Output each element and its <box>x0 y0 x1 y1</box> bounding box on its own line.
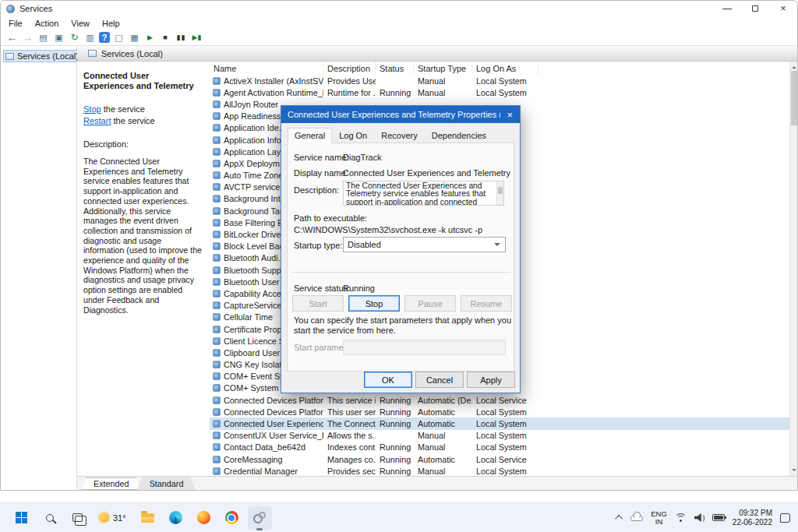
resume-button[interactable]: Resume <box>461 295 512 312</box>
tray-chevron-up-icon[interactable] <box>615 515 623 523</box>
firefox-button[interactable] <box>192 506 216 530</box>
volume-icon[interactable] <box>694 513 704 522</box>
edge-button[interactable] <box>164 506 188 530</box>
service-description: Manages co... <box>323 453 376 465</box>
row-filler <box>538 252 789 264</box>
row-filler <box>538 181 789 193</box>
row-filler <box>538 193 789 205</box>
service-startup-type: Manual <box>414 465 472 476</box>
service-name: Contact Data_be642d <box>224 442 305 452</box>
dialog-close-button[interactable]: × <box>500 106 520 123</box>
clock[interactable]: 09:32 PM 22-06-2022 <box>733 509 772 527</box>
CoreMessaging[interactable]: CoreMessaging Manages co... Running Auto… <box>210 453 789 465</box>
scroll-up-icon[interactable] <box>792 64 796 69</box>
ConsentUX User Service_be6...[interactable]: ConsentUX User Service_be6... Allows the… <box>210 430 789 442</box>
service-icon <box>213 100 221 108</box>
view-tabs: ExtendedStandard <box>77 476 797 490</box>
maximize-button[interactable] <box>741 1 769 16</box>
column-header[interactable]: Status <box>376 62 414 75</box>
chrome-button[interactable] <box>220 506 244 530</box>
task-view-button[interactable] <box>65 506 90 530</box>
ActiveX Installer (AxInstSV)[interactable]: ActiveX Installer (AxInstSV) Provides Us… <box>210 75 789 86</box>
row-filler <box>538 205 789 217</box>
stop-button[interactable]: Stop <box>348 295 400 312</box>
apply-button[interactable]: Apply <box>467 372 515 388</box>
stop-icon[interactable]: ■ <box>159 31 172 44</box>
show-console-tree-icon[interactable]: ▤ <box>37 31 50 44</box>
menu-help[interactable]: Help <box>96 19 126 28</box>
row-filler <box>538 300 789 312</box>
pause-icon[interactable]: ▮▮ <box>175 31 188 44</box>
row-filler <box>538 217 789 228</box>
notification-center-icon[interactable] <box>780 513 790 523</box>
column-header[interactable]: Name <box>210 62 323 75</box>
play-icon[interactable]: ▶ <box>143 31 157 44</box>
service-startup-type: Automatic <box>414 406 472 417</box>
service-icon <box>213 384 221 392</box>
Connected User Experiences ...[interactable]: Connected User Experiences ... The Conne… <box>210 417 789 429</box>
menu-file[interactable]: File <box>2 19 29 28</box>
export-list-icon[interactable]: ▥ <box>83 31 97 44</box>
service-status <box>376 75 414 86</box>
window-icon[interactable]: ▢ <box>112 31 125 44</box>
file-explorer-button[interactable] <box>136 506 160 530</box>
general-tab-page: Service name: DiagTrack Display name: Co… <box>287 143 514 372</box>
wifi-icon[interactable] <box>675 513 687 522</box>
tree-item-services-local[interactable]: Services (Local) <box>3 50 83 62</box>
row-filler <box>538 170 789 181</box>
Credential Manager[interactable]: Credential Manager Provides sec... Runni… <box>210 465 789 476</box>
ok-button[interactable]: OK <box>364 372 412 388</box>
service-icon <box>213 148 221 156</box>
Connected Devices Platform ...[interactable]: Connected Devices Platform ... This serv… <box>210 394 789 406</box>
start-parameters-input[interactable] <box>343 340 506 355</box>
menu-action[interactable]: Action <box>29 19 65 28</box>
menubar: FileActionViewHelp <box>1 16 797 30</box>
pause-button[interactable]: Pause <box>404 295 456 312</box>
vertical-scrollbar[interactable] <box>789 62 797 476</box>
filter-icon[interactable]: ▦ <box>128 31 141 44</box>
tab-recovery[interactable]: Recovery <box>374 129 424 143</box>
minimize-button[interactable]: — <box>713 1 741 16</box>
column-header[interactable]: Description <box>323 62 376 75</box>
Contact Data_be642d[interactable]: Contact Data_be642d Indexes cont... Runn… <box>210 442 789 453</box>
start-button[interactable]: Start <box>292 295 344 312</box>
row-filler <box>538 442 789 453</box>
services-app-icon <box>6 5 15 13</box>
forward-icon[interactable]: → <box>21 31 34 44</box>
service-icon <box>213 195 221 203</box>
restart-icon[interactable]: ▶▮ <box>190 31 203 44</box>
start-parameters-note: You can specify the start parameters tha… <box>294 315 514 336</box>
service-description: Provides Use... <box>323 75 376 86</box>
service-startup-type: Automatic (De... <box>414 394 472 406</box>
console-icon <box>5 53 14 60</box>
properties-icon[interactable]: ▣ <box>52 31 65 44</box>
restart-service-link[interactable]: Restart <box>83 116 111 125</box>
scrollbar-thumb[interactable] <box>791 71 797 125</box>
menu-view[interactable]: View <box>65 19 96 28</box>
language-indicator[interactable]: ENG IN <box>651 510 667 526</box>
tab-extended[interactable]: Extended <box>81 477 142 490</box>
refresh-icon[interactable]: ↻ <box>68 31 81 44</box>
stop-service-link[interactable]: Stop <box>83 104 101 114</box>
selected-service-title: Connected User Experiences and Telemetry <box>83 71 202 91</box>
tab-general[interactable]: General <box>288 128 332 143</box>
start-button[interactable] <box>9 506 34 530</box>
column-header[interactable]: Log On As <box>472 62 538 75</box>
tab-standard[interactable]: Standard <box>137 477 196 490</box>
tab-dependencies[interactable]: Dependencies <box>425 129 493 143</box>
onedrive-cloud-icon[interactable] <box>630 514 643 521</box>
services-taskbar-button[interactable] <box>248 506 272 530</box>
back-icon[interactable]: ← <box>5 31 19 44</box>
battery-icon[interactable] <box>712 514 725 521</box>
tab-log-on[interactable]: Log On <box>332 129 374 143</box>
Agent Activation Runtime_b...[interactable]: Agent Activation Runtime_b... Runtime fo… <box>210 86 789 98</box>
search-button[interactable] <box>37 506 62 530</box>
weather-widget[interactable]: 31° <box>94 506 132 530</box>
scroll-down-icon[interactable] <box>792 469 796 474</box>
cancel-button[interactable]: Cancel <box>415 372 464 388</box>
Connected Devices Platform ...[interactable]: Connected Devices Platform ... This user… <box>210 406 789 417</box>
help-icon[interactable]: ? <box>99 32 110 43</box>
service-name: Clipboard User ... <box>224 348 289 358</box>
close-button[interactable]: × <box>769 1 797 16</box>
column-header[interactable]: Startup Type <box>414 62 472 75</box>
